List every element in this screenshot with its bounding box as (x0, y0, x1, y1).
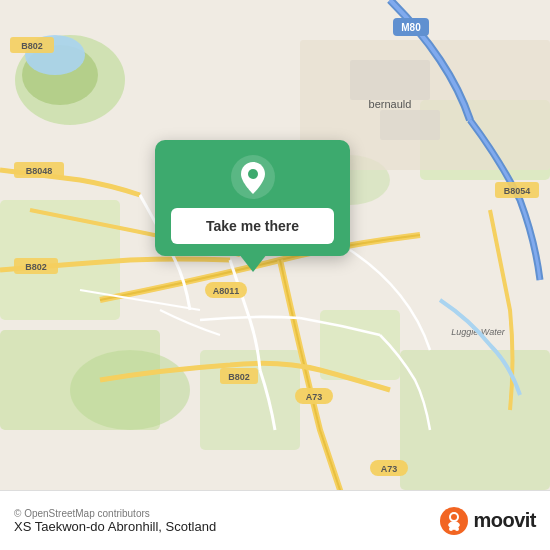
svg-text:bernauld: bernauld (369, 98, 412, 110)
svg-text:B8048: B8048 (26, 166, 53, 176)
svg-text:B802: B802 (25, 262, 47, 272)
svg-rect-13 (350, 60, 430, 100)
location-name: XS Taekwon-do Abronhill, Scotland (14, 519, 216, 534)
svg-text:A73: A73 (306, 392, 323, 402)
svg-rect-9 (400, 350, 550, 490)
location-pin-icon (230, 154, 276, 200)
popup-triangle (239, 254, 267, 272)
moovit-text: moovit (473, 509, 536, 532)
moovit-brand-icon (440, 507, 468, 535)
moovit-logo: moovit (440, 507, 536, 535)
svg-point-40 (449, 527, 453, 531)
svg-text:B8054: B8054 (504, 186, 531, 196)
take-me-there-button[interactable]: Take me there (171, 208, 334, 244)
location-popup[interactable]: Take me there (155, 140, 350, 256)
svg-rect-14 (380, 110, 440, 140)
svg-point-6 (70, 350, 190, 430)
svg-text:B802: B802 (228, 372, 250, 382)
svg-point-39 (451, 514, 457, 520)
svg-text:B802: B802 (21, 41, 43, 51)
svg-text:A73: A73 (381, 464, 398, 474)
svg-point-36 (248, 169, 258, 179)
svg-text:M80: M80 (401, 22, 421, 33)
attribution: © OpenStreetMap contributors (14, 508, 216, 519)
svg-text:A8011: A8011 (213, 286, 240, 296)
footer-bar: © OpenStreetMap contributors XS Taekwon-… (0, 490, 550, 550)
map-container[interactable]: B802 B8048 B802 B8054 M80 A8011 A73 A73 … (0, 0, 550, 490)
svg-point-41 (455, 527, 459, 531)
